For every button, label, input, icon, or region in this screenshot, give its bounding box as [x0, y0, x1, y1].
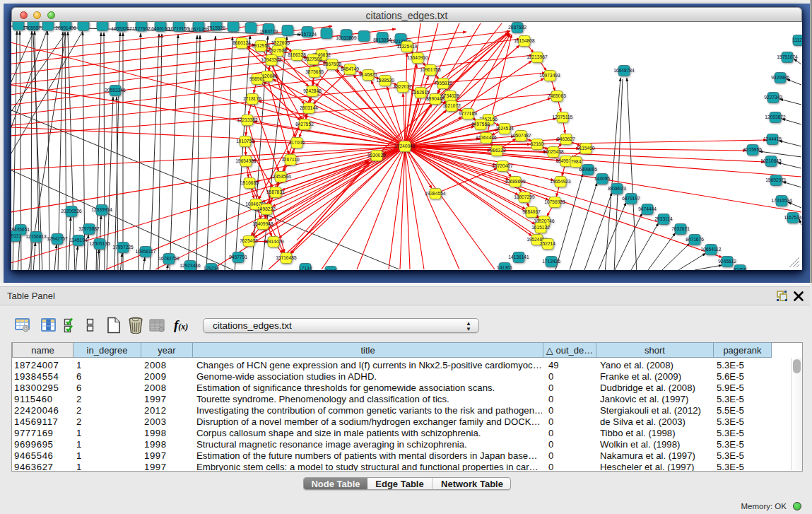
svg-text:15751074: 15751074: [777, 54, 798, 59]
svg-text:144095: 144095: [594, 176, 610, 181]
svg-text:17016534: 17016534: [771, 198, 792, 203]
svg-text:21364436: 21364436: [476, 135, 497, 140]
svg-text:5322605: 5322605: [271, 40, 290, 45]
svg-text:9329986: 9329986: [771, 75, 789, 80]
svg-text:8215955: 8215955: [743, 147, 762, 152]
svg-text:1167534: 1167534: [784, 215, 802, 220]
svg-text:129234: 129234: [204, 266, 219, 270]
svg-text:15720407: 15720407: [492, 163, 513, 168]
svg-text:2087682: 2087682: [508, 25, 526, 30]
svg-text:10719155: 10719155: [168, 26, 189, 31]
svg-text:1983779: 1983779: [259, 29, 278, 34]
svg-text:12353594: 12353594: [270, 174, 291, 179]
svg-text:1498222: 1498222: [257, 206, 276, 211]
svg-text:12213382: 12213382: [237, 117, 258, 122]
svg-text:7955812: 7955812: [434, 81, 452, 86]
svg-text:252214: 252214: [540, 241, 555, 246]
svg-text:10653267: 10653267: [111, 26, 132, 31]
svg-text:12942757: 12942757: [47, 236, 68, 241]
svg-text:9777169: 9777169: [459, 111, 477, 116]
svg-text:9327500: 9327500: [269, 48, 287, 53]
svg-text:32975887: 32975887: [78, 226, 100, 231]
svg-text:16033809: 16033809: [336, 35, 357, 40]
svg-text:13640910: 13640910: [407, 55, 428, 60]
svg-text:6734028: 6734028: [441, 93, 459, 98]
svg-text:1362615: 1362615: [411, 90, 430, 95]
svg-text:19654923: 19654923: [550, 179, 571, 184]
svg-text:8660124: 8660124: [233, 40, 251, 45]
svg-text:1621072: 1621072: [442, 103, 461, 108]
svg-text:10958117: 10958117: [136, 249, 156, 254]
svg-text:7986322: 7986322: [488, 148, 506, 153]
svg-text:9884067: 9884067: [522, 209, 541, 214]
svg-text:317006: 317006: [289, 140, 305, 145]
svg-text:15409948: 15409948: [252, 221, 273, 226]
svg-text:10543362: 10543362: [261, 57, 282, 62]
svg-text:8813054: 8813054: [373, 37, 392, 42]
svg-text:9327508: 9327508: [304, 57, 322, 62]
svg-text:1588520: 1588520: [376, 78, 394, 83]
svg-text:8471676: 8471676: [686, 237, 704, 242]
svg-text:7515526: 7515526: [207, 25, 225, 30]
svg-text:15692971: 15692971: [765, 177, 787, 182]
svg-text:14136141: 14136141: [508, 255, 529, 259]
svg-text:9474444: 9474444: [638, 206, 657, 211]
svg-text:16914479: 16914479: [263, 239, 284, 244]
svg-text:11325419: 11325419: [397, 44, 418, 49]
svg-text:8938923: 8938923: [608, 186, 626, 191]
svg-text:9115460: 9115460: [577, 146, 595, 151]
svg-text:6466160: 6466160: [151, 26, 170, 31]
svg-text:9457791: 9457791: [229, 255, 247, 259]
svg-text:17957225: 17957225: [112, 245, 134, 250]
svg-text:12213967: 12213967: [526, 54, 548, 59]
svg-text:2718176: 2718176: [243, 96, 261, 101]
svg-text:92456: 92456: [734, 267, 747, 270]
svg-text:1713426: 1713426: [542, 259, 560, 264]
svg-text:10688609: 10688609: [505, 179, 526, 184]
svg-text:1244415: 1244415: [763, 136, 782, 141]
svg-text:18807299: 18807299: [514, 194, 535, 199]
svg-text:7632621: 7632621: [671, 226, 690, 231]
svg-text:16782759: 16782759: [158, 256, 180, 261]
svg-text:12093872: 12093872: [765, 115, 786, 119]
svg-text:20206526: 20206526: [61, 209, 82, 214]
svg-text:17134: 17134: [299, 266, 312, 270]
svg-text:1615132: 1615132: [531, 225, 550, 230]
svg-text:9463627: 9463627: [557, 136, 575, 141]
svg-text:3267110: 3267110: [281, 157, 300, 162]
svg-text:12505135: 12505135: [89, 241, 110, 246]
svg-text:2933114: 2933114: [654, 216, 673, 221]
svg-text:1916685: 1916685: [240, 180, 259, 185]
svg-text:10756928: 10756928: [544, 199, 565, 204]
svg-text:20553346: 20553346: [105, 88, 126, 93]
svg-text:9612: 9612: [326, 269, 336, 270]
svg-text:10973493: 10973493: [539, 73, 560, 78]
svg-text:11123: 11123: [792, 37, 802, 42]
svg-text:9245612: 9245612: [718, 259, 736, 264]
svg-text:1527602: 1527602: [132, 26, 151, 31]
svg-text:19384554: 19384554: [425, 191, 446, 196]
svg-text:9242848: 9242848: [303, 88, 322, 93]
svg-text:7485063: 7485063: [548, 93, 566, 98]
svg-text:16648784: 16648784: [613, 68, 635, 73]
svg-text:1624534: 1624534: [495, 126, 514, 131]
svg-text:9146821: 9146821: [359, 72, 377, 77]
svg-text:12975115: 12975115: [553, 115, 573, 119]
svg-text:3912954: 3912954: [252, 43, 270, 48]
svg-text:14055571: 14055571: [23, 25, 44, 30]
svg-text:6497568: 6497568: [471, 122, 490, 127]
svg-text:10671355: 10671355: [188, 27, 209, 32]
svg-text:141361: 141361: [497, 265, 512, 270]
svg-text:12156813: 12156813: [25, 234, 47, 239]
svg-text:10654112: 10654112: [701, 247, 722, 252]
svg-text:7984: 7984: [571, 159, 582, 164]
svg-text:39131: 39131: [11, 233, 21, 238]
svg-text:8454749: 8454749: [341, 66, 359, 71]
svg-text:998901: 998901: [249, 76, 265, 81]
svg-text:16154808: 16154808: [514, 38, 535, 43]
svg-text:20691406: 20691406: [55, 25, 76, 30]
svg-text:8322037: 8322037: [394, 84, 412, 89]
svg-text:3875685: 3875685: [305, 69, 324, 74]
svg-text:10025438: 10025438: [543, 149, 564, 154]
svg-text:10507487: 10507487: [510, 133, 531, 138]
